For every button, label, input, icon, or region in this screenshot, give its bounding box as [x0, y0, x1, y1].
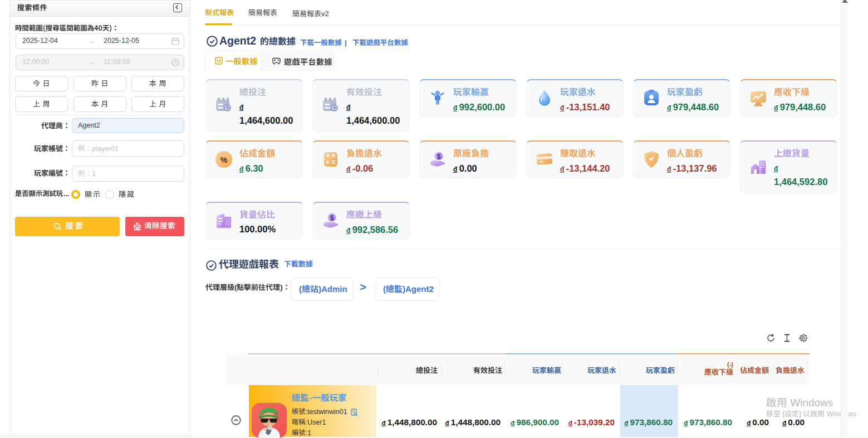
svg-text:%: %: [220, 155, 228, 164]
svg-text:$: $: [330, 214, 334, 222]
svg-text:$: $: [437, 153, 441, 160]
